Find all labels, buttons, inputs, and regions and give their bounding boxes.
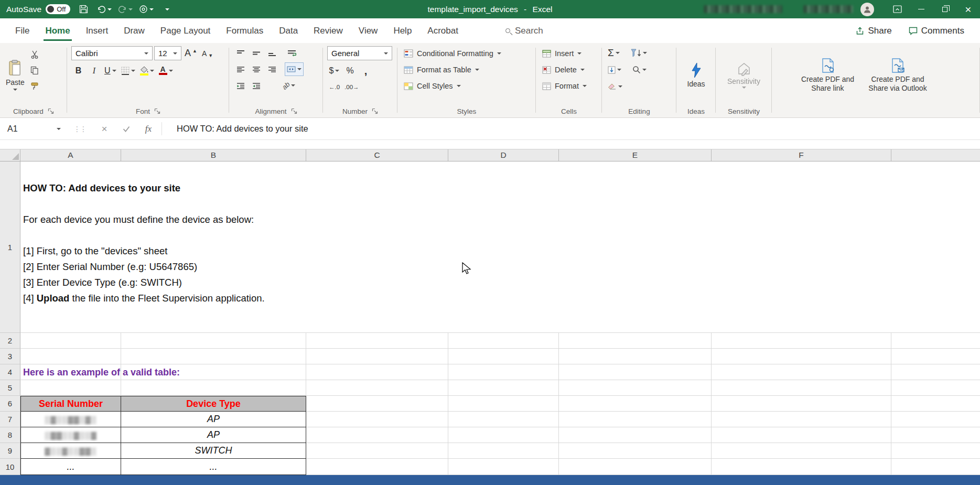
cell[interactable]	[712, 412, 891, 427]
cell[interactable]	[559, 380, 712, 396]
minimize-button[interactable]	[909, 0, 933, 18]
decrease-indent-button[interactable]	[233, 79, 247, 92]
restore-button[interactable]	[933, 0, 956, 18]
cell[interactable]	[712, 380, 891, 396]
formula-bar-handle[interactable]: ⋮⋮	[73, 125, 86, 133]
cell[interactable]	[306, 459, 448, 475]
row-header-10[interactable]: 10	[0, 459, 20, 475]
accounting-format-button[interactable]: $	[327, 64, 341, 78]
tab-help[interactable]: Help	[385, 18, 419, 43]
column-header-e[interactable]: E	[559, 149, 712, 161]
cell[interactable]	[448, 349, 559, 364]
row-header-6[interactable]: 6	[0, 396, 20, 412]
row-header-3[interactable]: 3	[0, 349, 20, 364]
customize-quick-access-button[interactable]	[159, 2, 175, 17]
cell[interactable]	[712, 396, 891, 412]
orientation-button[interactable]: ab	[281, 79, 297, 92]
merge-center-button[interactable]	[285, 62, 304, 76]
row-header-2[interactable]: 2	[0, 333, 20, 349]
tab-page-layout[interactable]: Page Layout	[153, 18, 218, 43]
ideas-button[interactable]: Ideas	[679, 46, 714, 105]
autosave-toggle[interactable]: Off	[46, 4, 70, 14]
table-type-cell[interactable]: ...	[121, 459, 306, 475]
search-box[interactable]: Search	[505, 18, 543, 43]
fill-color-button[interactable]	[138, 64, 156, 78]
cell[interactable]	[891, 396, 980, 412]
comments-button[interactable]: Comments	[902, 23, 971, 39]
tab-insert[interactable]: Insert	[78, 18, 116, 43]
cell[interactable]	[891, 380, 980, 396]
clipboard-dialog-launcher-icon[interactable]	[48, 108, 54, 114]
column-header-d[interactable]: D	[448, 149, 559, 161]
cancel-entry-button[interactable]: ×	[93, 118, 115, 139]
increase-indent-button[interactable]	[249, 79, 263, 92]
insert-cells-button[interactable]: Insert	[540, 46, 598, 61]
align-right-button[interactable]	[265, 62, 279, 76]
table-type-cell[interactable]: AP	[121, 427, 306, 443]
cell[interactable]	[891, 427, 980, 443]
find-select-button[interactable]	[631, 63, 648, 77]
fill-button[interactable]	[606, 63, 623, 77]
cell[interactable]	[559, 396, 712, 412]
cell[interactable]	[891, 364, 980, 380]
cell[interactable]	[448, 380, 559, 396]
cell[interactable]	[448, 333, 559, 349]
font-dialog-launcher-icon[interactable]	[154, 108, 160, 114]
cell[interactable]	[559, 349, 712, 364]
bottom-align-button[interactable]	[265, 46, 279, 60]
cell[interactable]	[306, 396, 448, 412]
cell[interactable]	[712, 443, 891, 459]
middle-align-button[interactable]	[249, 46, 263, 60]
cell[interactable]	[559, 443, 712, 459]
close-button[interactable]: ×	[956, 0, 980, 18]
cut-button[interactable]	[28, 48, 50, 61]
font-size-combobox[interactable]: 12	[154, 46, 181, 60]
increase-decimal-button[interactable]: ←.0	[327, 80, 341, 94]
cell[interactable]	[306, 380, 448, 396]
row-header-1[interactable]: 1	[0, 161, 20, 333]
cell-styles-button[interactable]: Cell Styles	[402, 79, 532, 93]
tab-view[interactable]: View	[351, 18, 386, 43]
insert-function-button[interactable]: fx	[137, 118, 159, 139]
format-painter-button[interactable]	[28, 79, 50, 92]
cell[interactable]	[891, 459, 980, 475]
cell[interactable]	[891, 443, 980, 459]
cell[interactable]	[121, 380, 306, 396]
font-name-combobox[interactable]: Calibri	[71, 46, 153, 60]
cell[interactable]	[559, 333, 712, 349]
top-align-button[interactable]	[233, 46, 247, 60]
alignment-dialog-launcher-icon[interactable]	[291, 108, 297, 114]
borders-button[interactable]	[120, 64, 137, 78]
cell[interactable]	[448, 364, 559, 380]
column-header-partial[interactable]	[891, 149, 980, 161]
cell[interactable]	[712, 459, 891, 475]
create-pdf-share-link-button[interactable]: Create PDF and Share link	[795, 46, 860, 105]
cell[interactable]	[559, 364, 712, 380]
shrink-font-button[interactable]: A▼	[200, 47, 214, 60]
confirm-entry-button[interactable]	[115, 118, 137, 139]
cell[interactable]	[20, 349, 121, 364]
number-dialog-launcher-icon[interactable]	[372, 108, 378, 114]
undo-button[interactable]	[96, 2, 112, 17]
cell[interactable]	[20, 333, 121, 349]
table-serial-cell[interactable]: ▒▓▓▒▒▓▒▒▓	[20, 427, 121, 443]
cell[interactable]	[891, 333, 980, 349]
cell[interactable]	[448, 459, 559, 475]
row-header-4[interactable]: 4	[0, 364, 20, 380]
cell[interactable]	[448, 412, 559, 427]
cell[interactable]	[559, 412, 712, 427]
tab-acrobat[interactable]: Acrobat	[419, 18, 466, 43]
cell[interactable]	[306, 333, 448, 349]
save-button[interactable]	[76, 2, 91, 17]
quick-access-custom-button[interactable]	[138, 2, 154, 17]
cell[interactable]	[559, 427, 712, 443]
redo-button[interactable]	[117, 2, 133, 17]
tab-formulas[interactable]: Formulas	[218, 18, 271, 43]
cell[interactable]	[891, 349, 980, 364]
clear-button[interactable]	[606, 80, 624, 93]
cell[interactable]	[712, 333, 891, 349]
account-avatar[interactable]	[860, 3, 874, 16]
cell[interactable]	[306, 349, 448, 364]
tab-draw[interactable]: Draw	[116, 18, 153, 43]
row-header-8[interactable]: 8	[0, 427, 20, 443]
